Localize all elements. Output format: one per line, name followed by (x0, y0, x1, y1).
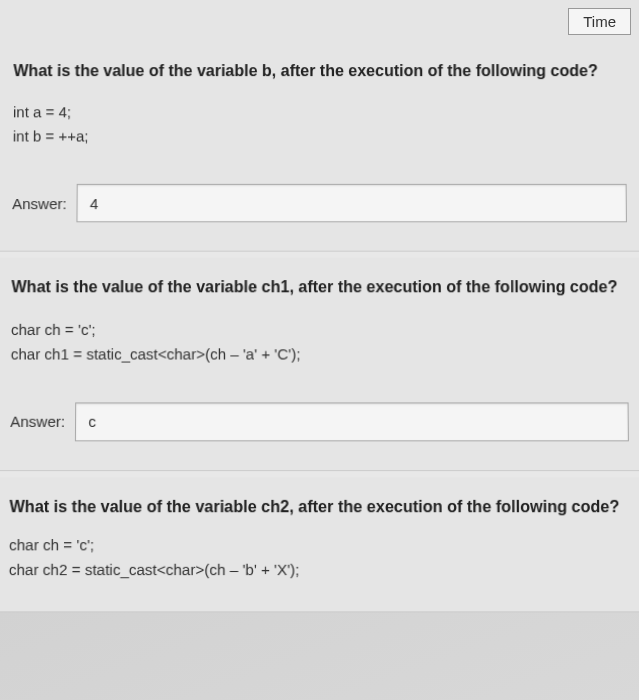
answer-row: Answer: (10, 402, 629, 441)
answer-row: Answer: (12, 184, 627, 222)
question-block-3: What is the value of the variable ch2, a… (0, 477, 639, 613)
code-line: char ch = 'c'; (11, 317, 628, 341)
code-block: char ch = 'c'; char ch1 = static_cast<ch… (11, 317, 629, 366)
code-block: char ch = 'c'; char ch2 = static_cast<ch… (9, 533, 630, 583)
question-prompt: What is the value of the variable b, aft… (13, 60, 625, 82)
answer-input[interactable] (75, 402, 629, 441)
page-container: What is the value of the variable b, aft… (0, 0, 639, 613)
answer-input[interactable] (77, 184, 627, 222)
answer-label: Answer: (12, 195, 67, 212)
question-block-1: What is the value of the variable b, aft… (0, 0, 639, 252)
code-block: int a = 4; int b = ++a; (13, 101, 627, 149)
code-line: char ch1 = static_cast<char>(ch – 'a' + … (11, 342, 629, 366)
question-block-2: What is the value of the variable ch1, a… (0, 258, 639, 471)
code-line: char ch = 'c'; (9, 533, 630, 558)
code-line: int b = ++a; (13, 125, 627, 149)
code-line: int a = 4; (13, 101, 626, 125)
question-prompt: What is the value of the variable ch1, a… (11, 276, 627, 299)
question-prompt: What is the value of the variable ch2, a… (9, 496, 629, 519)
answer-label: Answer: (10, 413, 65, 430)
code-line: char ch2 = static_cast<char>(ch – 'b' + … (9, 558, 630, 583)
time-button[interactable]: Time (568, 8, 631, 35)
